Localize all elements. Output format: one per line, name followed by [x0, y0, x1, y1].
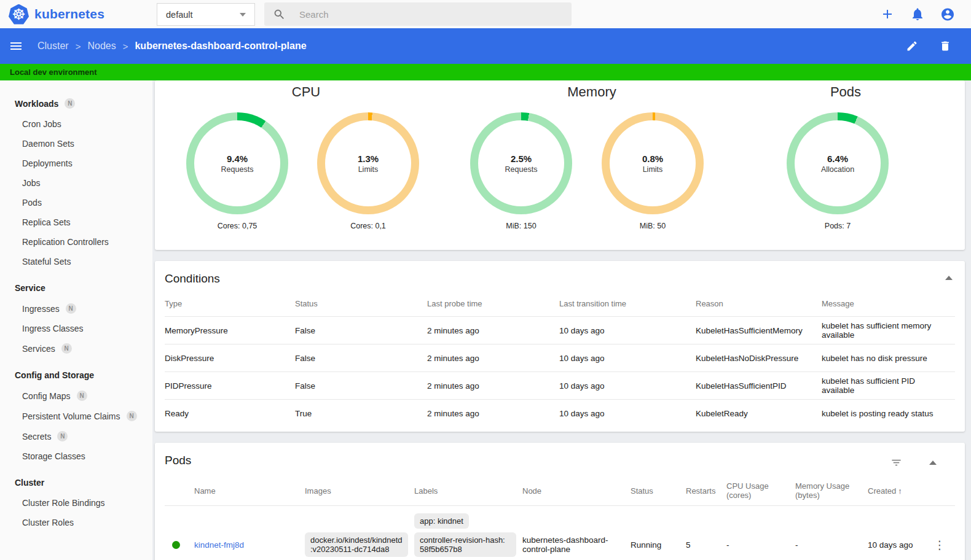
search-input[interactable] — [298, 9, 544, 20]
sidebar-item-persistent-volume-claims[interactable]: Persistent Volume Claims N — [0, 406, 152, 426]
top-bar: ☸ kubernetes default — [0, 0, 971, 28]
condition-status: False — [295, 381, 427, 391]
cpu-requests-donut: 9.4% Requests Cores: 0,75 — [186, 112, 288, 230]
column-header-label: Created — [868, 486, 896, 496]
table-row: DiskPressure False 2 minutes ago 10 days… — [165, 344, 955, 371]
condition-type: PIDPressure — [165, 381, 295, 391]
column-header[interactable]: Restarts — [686, 486, 726, 496]
pods-collapse-button[interactable] — [929, 461, 937, 465]
breadcrumb-cluster[interactable]: Cluster — [37, 41, 69, 52]
donut-metric: Requests — [221, 165, 254, 174]
pods-header-row: Name Images Labels Node Status Restarts … — [165, 476, 955, 505]
filter-button[interactable] — [889, 455, 903, 470]
sidebar-item-services[interactable]: Services N — [0, 338, 152, 359]
pod-created: 10 days ago — [868, 540, 930, 550]
sidebar-item-daemon-sets[interactable]: Daemon Sets — [0, 134, 152, 154]
pod-memory-usage: - — [795, 540, 868, 550]
sidebar-item-secrets[interactable]: Secrets N — [0, 426, 152, 446]
namespace-selected-value: default — [166, 10, 193, 20]
condition-reason: KubeletReady — [696, 409, 822, 418]
sidebar-item-replica-sets[interactable]: Replica Sets — [0, 212, 152, 232]
condition-message: kubelet has sufficient PID available — [822, 376, 955, 395]
sidebar-item-stateful-sets[interactable]: Stateful Sets — [0, 252, 152, 271]
delete-button[interactable] — [938, 39, 953, 53]
condition-type: DiskPressure — [165, 354, 295, 363]
pod-label-chip: app: kindnet — [414, 513, 469, 529]
column-header: Last transition time — [559, 299, 696, 308]
row-menu-button[interactable]: ⋮ — [930, 538, 955, 552]
sidebar-section-config-and-storage[interactable]: Config and Storage — [0, 365, 152, 386]
sidebar-item-cron-jobs[interactable]: Cron Jobs — [0, 114, 152, 134]
create-resource-button[interactable] — [880, 7, 895, 21]
new-badge: N — [66, 303, 76, 314]
trash-icon — [939, 40, 951, 52]
sidebar-section-service[interactable]: Service — [0, 278, 152, 298]
sidebar-item-config-maps[interactable]: Config Maps N — [0, 386, 152, 406]
memory-limits-donut: 0.8% Limits MiB: 50 — [602, 112, 704, 230]
sidebar-item-label: Cluster Role Bindings — [22, 498, 105, 508]
sidebar-item-cluster-role-bindings[interactable]: Cluster Role Bindings — [0, 493, 152, 513]
condition-type: MemoryPressure — [165, 326, 295, 335]
sidebar-section-cluster[interactable]: Cluster — [0, 472, 152, 493]
sidebar-item-label: Jobs — [22, 178, 41, 188]
column-header[interactable]: Status — [631, 486, 686, 496]
column-header-created[interactable]: Created↑ — [868, 486, 930, 496]
condition-reason: KubeletHasSufficientPID — [696, 381, 822, 391]
donut-footer: Cores: 0,1 — [317, 222, 419, 230]
sidebar-item-ingresses[interactable]: Ingresses N — [0, 298, 152, 319]
search-bar[interactable] — [264, 2, 572, 26]
menu-button[interactable] — [9, 39, 23, 53]
account-button[interactable] — [940, 7, 955, 21]
sidebar-item-jobs[interactable]: Jobs — [0, 173, 152, 193]
namespace-selector[interactable]: default — [157, 3, 255, 26]
pod-node: kubernetes-dashboard-control-plane — [522, 535, 626, 554]
column-header[interactable]: Name — [194, 486, 305, 496]
breadcrumb-nodes[interactable]: Nodes — [87, 41, 116, 52]
sidebar-section-label: Service — [15, 283, 45, 293]
edit-button[interactable] — [905, 39, 919, 53]
condition-status: True — [295, 409, 427, 418]
sidebar-item-pods[interactable]: Pods — [0, 193, 152, 212]
allocation-card: CPU Memory Pods 9.4% Requests Cores: 0,7… — [155, 80, 965, 250]
donut-center: 0.8% Limits — [602, 112, 704, 214]
column-header[interactable]: Labels — [414, 486, 522, 496]
donut-chart: 1.3% Limits — [317, 112, 419, 214]
chevron-up-icon — [945, 276, 953, 280]
table-row: kindnet-fmj8d docker.io/kindest/kindnetd… — [165, 505, 955, 560]
sidebar-item-label: Services — [22, 344, 55, 354]
donut-percent: 9.4% — [227, 154, 248, 164]
donut-percent: 1.3% — [358, 154, 379, 164]
pods-chart-title: Pods — [726, 84, 965, 100]
condition-type: Ready — [165, 409, 295, 418]
chevron-up-icon — [929, 461, 937, 465]
sidebar-item-label: Config Maps — [22, 391, 71, 401]
column-header: Status — [295, 299, 427, 308]
sidebar-item-label: Pods — [22, 198, 42, 208]
bell-icon — [910, 7, 925, 21]
topbar-actions — [880, 0, 955, 28]
column-header[interactable]: Node — [522, 486, 631, 496]
condition-last-transition: 10 days ago — [559, 326, 696, 335]
conditions-title: Conditions — [165, 272, 955, 286]
sidebar-item-label: Secrets — [22, 432, 51, 441]
sidebar-nav: Workloads N Cron Jobs Daemon Sets Deploy… — [0, 80, 152, 560]
column-header: Type — [165, 299, 295, 308]
column-header[interactable]: Images — [305, 486, 414, 496]
condition-last-probe: 2 minutes ago — [427, 381, 559, 391]
pod-name-link[interactable]: kindnet-fmj8d — [194, 540, 244, 550]
notifications-button[interactable] — [910, 7, 925, 21]
sidebar-item-cluster-roles[interactable]: Cluster Roles — [0, 513, 152, 532]
sidebar-item-ingress-classes[interactable]: Ingress Classes — [0, 319, 152, 338]
sidebar-item-replication-controllers[interactable]: Replication Controllers — [0, 232, 152, 252]
conditions-collapse-button[interactable] — [945, 276, 953, 280]
pod-restarts: 5 — [686, 540, 726, 550]
donut-metric: Allocation — [821, 165, 854, 174]
column-header[interactable]: Memory Usage (bytes) — [795, 481, 868, 500]
column-header[interactable]: CPU Usage (cores) — [726, 481, 795, 500]
donut-metric: Limits — [358, 165, 379, 174]
sidebar-item-deployments[interactable]: Deployments — [0, 154, 152, 173]
sidebar-section-workloads[interactable]: Workloads N — [0, 93, 152, 114]
column-header: Last probe time — [427, 299, 559, 308]
sidebar-item-storage-classes[interactable]: Storage Classes — [0, 446, 152, 466]
column-header: Reason — [696, 299, 822, 308]
